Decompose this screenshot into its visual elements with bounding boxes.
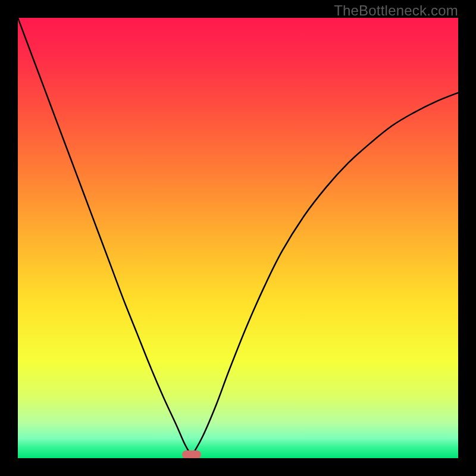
gradient-background [18, 18, 458, 458]
outer-frame: TheBottleneck.com [0, 0, 476, 476]
minimum-marker [182, 450, 201, 458]
plot-svg [18, 18, 458, 458]
watermark-text: TheBottleneck.com [334, 2, 458, 19]
plot-area [18, 18, 458, 458]
